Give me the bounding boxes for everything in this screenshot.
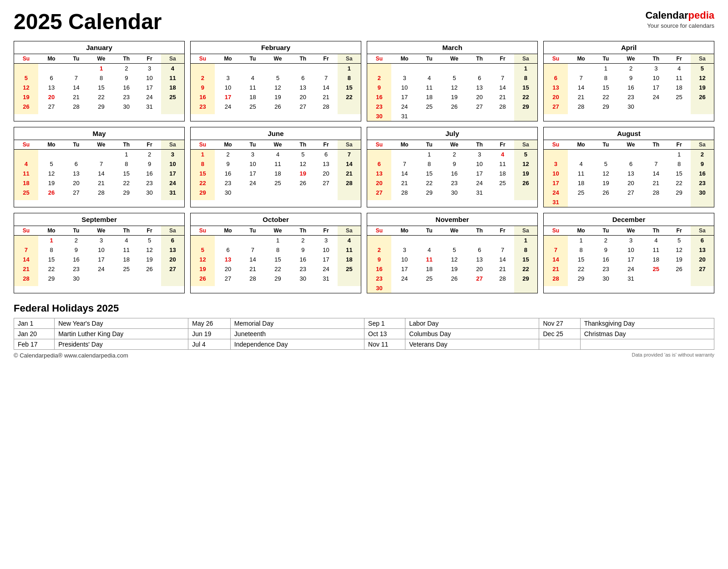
col-header-mo: Mo (215, 54, 241, 64)
month-december: DecemberSuMoTuWeThFrSa123456789101112131… (543, 213, 714, 293)
day-cell: 11 (241, 83, 264, 92)
day-cell: 9 (138, 159, 161, 169)
day-cell: 15 (338, 83, 361, 92)
day-cell: 18 (241, 92, 264, 102)
day-cell: 5 (514, 150, 537, 160)
day-cell: 6 (215, 245, 241, 255)
col-header-fr: Fr (667, 140, 691, 150)
day-cell: 2 (441, 150, 468, 160)
day-cell: 23 (215, 178, 241, 188)
col-header-fr: Fr (314, 226, 338, 236)
day-cell: 10 (215, 83, 241, 92)
col-header-th: Th (468, 140, 491, 150)
day-cell: 13 (691, 245, 714, 255)
day-cell: 1 (115, 150, 138, 160)
day-cell: 15 (191, 169, 215, 178)
holidays-table: Jan 1New Year's DayMay 26Memorial DaySep… (14, 318, 714, 350)
day-cell: 26 (594, 188, 617, 197)
day-cell: 11 (667, 73, 691, 83)
col-header-su: Su (367, 54, 391, 64)
day-cell: 6 (367, 159, 391, 169)
day-cell (667, 102, 691, 111)
col-header-th: Th (468, 226, 491, 236)
col-header-mo: Mo (38, 140, 65, 150)
col-header-su: Su (14, 140, 38, 150)
day-cell: 30 (691, 188, 714, 197)
day-cell: 4 (338, 236, 361, 246)
day-cell: 7 (14, 245, 38, 255)
month-november: NovemberSuMoTuWeThFrSa123456789101112131… (367, 213, 538, 293)
day-cell (418, 197, 441, 200)
day-cell (468, 197, 491, 200)
day-cell (644, 283, 667, 286)
day-cell: 15 (514, 83, 537, 92)
day-cell: 5 (264, 73, 292, 83)
col-header-sa: Sa (338, 226, 361, 236)
day-cell: 27 (691, 264, 714, 274)
day-cell: 9 (291, 245, 314, 255)
cal-table-june: SuMoTuWeThFrSa12345678910111213141516171… (191, 140, 361, 200)
day-cell (14, 64, 38, 74)
day-cell (264, 188, 292, 197)
day-cell: 26 (441, 102, 468, 111)
col-header-fr: Fr (138, 226, 161, 236)
day-cell (691, 102, 714, 111)
day-cell (418, 111, 441, 121)
day-cell: 1 (594, 64, 617, 74)
month-march: MarchSuMoTuWeThFrSa123456789101112131415… (367, 41, 538, 121)
day-cell: 2 (691, 150, 714, 160)
day-cell (617, 283, 645, 286)
day-cell (491, 64, 514, 74)
day-cell (338, 188, 361, 197)
day-cell: 5 (691, 64, 714, 74)
day-cell (568, 197, 594, 207)
day-cell (338, 283, 361, 286)
day-cell: 10 (138, 73, 161, 83)
day-cell: 15 (667, 169, 691, 178)
day-cell: 24 (391, 274, 418, 283)
day-cell: 29 (88, 102, 115, 111)
col-header-mo: Mo (215, 140, 241, 150)
day-cell: 25 (568, 188, 594, 197)
day-cell: 16 (291, 255, 314, 264)
day-cell (691, 274, 714, 283)
col-header-fr: Fr (667, 226, 691, 236)
day-cell (367, 64, 391, 74)
day-cell: 18 (667, 83, 691, 92)
day-cell (264, 64, 292, 74)
col-header-su: Su (14, 226, 38, 236)
day-cell: 4 (241, 73, 264, 83)
day-cell: 7 (644, 159, 667, 169)
holiday-name: Presidents' Day (55, 339, 188, 350)
col-header-we: We (88, 54, 115, 64)
cal-table-august: SuMoTuWeThFrSa12345678910111213141516171… (544, 140, 714, 207)
month-october: OctoberSuMoTuWeThFrSa1234567891011121314… (190, 213, 361, 293)
day-cell: 10 (468, 159, 491, 169)
day-cell: 3 (391, 73, 418, 83)
day-cell: 20 (468, 92, 491, 102)
day-cell: 1 (418, 150, 441, 160)
day-cell: 23 (367, 274, 391, 283)
day-cell: 24 (314, 264, 338, 274)
day-cell: 3 (241, 150, 264, 160)
day-cell: 11 (568, 169, 594, 178)
day-cell: 19 (594, 178, 617, 188)
day-cell: 7 (65, 73, 88, 83)
col-header-mo: Mo (38, 54, 65, 64)
day-cell: 15 (88, 83, 115, 92)
day-cell (314, 111, 338, 114)
day-cell: 22 (514, 264, 537, 274)
day-cell (544, 236, 568, 246)
day-cell: 3 (391, 245, 418, 255)
day-cell: 8 (191, 159, 215, 169)
day-cell: 1 (568, 236, 594, 246)
day-cell: 28 (568, 102, 594, 111)
day-cell: 14 (65, 83, 88, 92)
day-cell: 20 (367, 178, 391, 188)
day-cell: 26 (514, 178, 537, 188)
day-cell: 12 (38, 169, 65, 178)
day-cell (241, 236, 264, 246)
col-header-sa: Sa (161, 140, 184, 150)
day-cell (161, 102, 184, 111)
col-header-tu: Tu (65, 140, 88, 150)
